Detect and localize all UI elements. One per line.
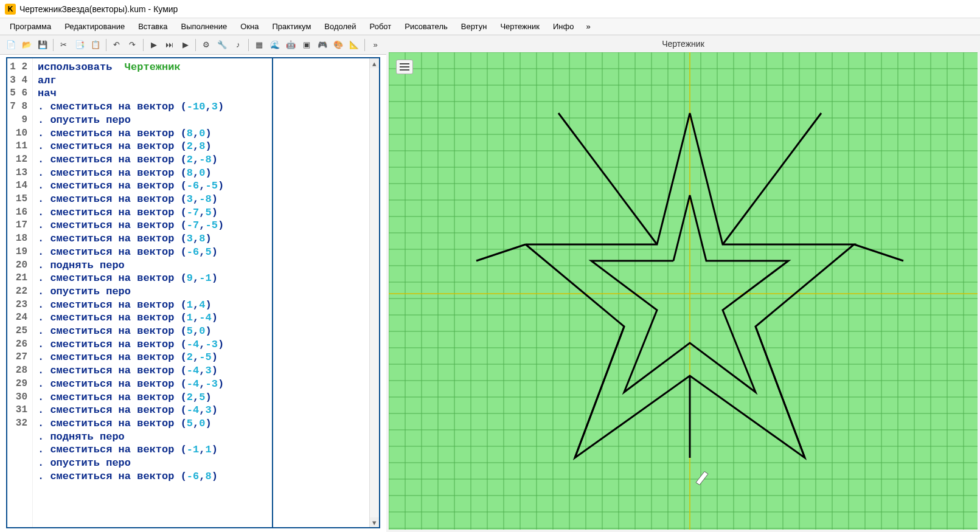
menu-item-0[interactable]: Программа [4, 19, 57, 33]
step-icon[interactable]: ⏭ [162, 38, 177, 52]
drawing-canvas [389, 52, 978, 530]
menu-item-5[interactable]: Практикум [266, 19, 317, 33]
menu-item-6[interactable]: Водолей [318, 19, 362, 33]
workspace: 📄 📂 💾 ✂ 📑 📋 ↶ ↷ ▶ ⏭ ▶ ⚙ 🔧 ♪ ▦ 🌊 🤖 ▣ 🎮 🎨 [0, 35, 980, 532]
canvas-title: Чертежник [386, 35, 980, 52]
editor-divider [272, 58, 273, 527]
svg-marker-68 [696, 472, 708, 485]
grid-icon[interactable]: ▦ [252, 38, 266, 52]
canvas-area[interactable] [389, 52, 978, 530]
canvas-pane: Чертежник [386, 35, 980, 532]
menu-item-7[interactable]: Робот [364, 19, 398, 33]
play-icon[interactable]: ▶ [178, 38, 193, 52]
window-title: ЧертежникЗвезда(векторы).kum - Кумир [19, 4, 178, 14]
code-area[interactable]: использовать Чертежник алг нач . сместит… [33, 58, 379, 527]
menu-item-11[interactable]: Инфо [547, 19, 580, 33]
separator [248, 39, 249, 51]
cut-icon[interactable]: ✂ [57, 38, 71, 52]
menu-item-3[interactable]: Выполнение [175, 19, 233, 33]
menu-more[interactable]: » [581, 19, 595, 33]
tool2-icon[interactable]: 🔧 [215, 38, 229, 52]
app-icon: K [5, 4, 16, 15]
separator [195, 39, 196, 51]
redo-icon[interactable]: ↷ [125, 38, 140, 52]
game-icon[interactable]: 🎮 [315, 38, 330, 52]
paste-icon[interactable]: 📋 [88, 38, 103, 52]
scrollbar-vertical[interactable]: ▴ ▾ [369, 58, 379, 527]
menu-item-9[interactable]: Вертун [455, 19, 493, 33]
menu-item-2[interactable]: Вставка [132, 19, 173, 33]
separator [106, 39, 106, 51]
toolbar-more-icon[interactable]: » [368, 38, 383, 52]
run-icon[interactable]: ▶ [147, 38, 161, 52]
separator [53, 39, 54, 51]
canvas-menu-icon[interactable] [396, 60, 413, 74]
editor-pane: 📄 📂 💾 ✂ 📑 📋 ↶ ↷ ▶ ⏭ ▶ ⚙ 🔧 ♪ ▦ 🌊 🤖 ▣ 🎮 🎨 [0, 35, 386, 532]
toolbar: 📄 📂 💾 ✂ 📑 📋 ↶ ↷ ▶ ⏭ ▶ ⚙ 🔧 ♪ ▦ 🌊 🤖 ▣ 🎮 🎨 [0, 35, 386, 55]
save-file-icon[interactable]: 💾 [35, 38, 50, 52]
separator [143, 39, 144, 51]
undo-icon[interactable]: ↶ [109, 38, 124, 52]
scroll-up-icon[interactable]: ▴ [370, 58, 379, 68]
copy-icon[interactable]: 📑 [72, 38, 87, 52]
note-icon[interactable]: ♪ [231, 38, 245, 52]
checker-icon[interactable]: ▣ [299, 38, 314, 52]
separator [364, 39, 365, 51]
paint-icon[interactable]: 🎨 [331, 38, 346, 52]
menu-item-1[interactable]: Редактирование [58, 19, 131, 33]
draw-icon[interactable]: 📐 [347, 38, 361, 52]
open-file-icon[interactable]: 📂 [19, 38, 34, 52]
tool-icon[interactable]: ⚙ [199, 38, 214, 52]
menu-item-8[interactable]: Рисователь [398, 19, 453, 33]
new-file-icon[interactable]: 📄 [4, 38, 18, 52]
wave-icon[interactable]: 🌊 [268, 38, 282, 52]
menu-item-4[interactable]: Окна [234, 19, 265, 33]
menu-item-10[interactable]: Чертежник [494, 19, 546, 33]
title-bar: K ЧертежникЗвезда(векторы).kum - Кумир [0, 0, 980, 18]
line-gutter: 1 2 3 4 5 6 7 8 9 10 11 12 13 14 15 16 1… [7, 58, 33, 527]
robot-icon[interactable]: 🤖 [283, 38, 298, 52]
code-editor[interactable]: 1 2 3 4 5 6 7 8 9 10 11 12 13 14 15 16 1… [6, 57, 380, 528]
menu-bar: ПрограммаРедактированиеВставкаВыполнение… [0, 18, 980, 35]
scroll-down-icon[interactable]: ▾ [370, 517, 379, 527]
